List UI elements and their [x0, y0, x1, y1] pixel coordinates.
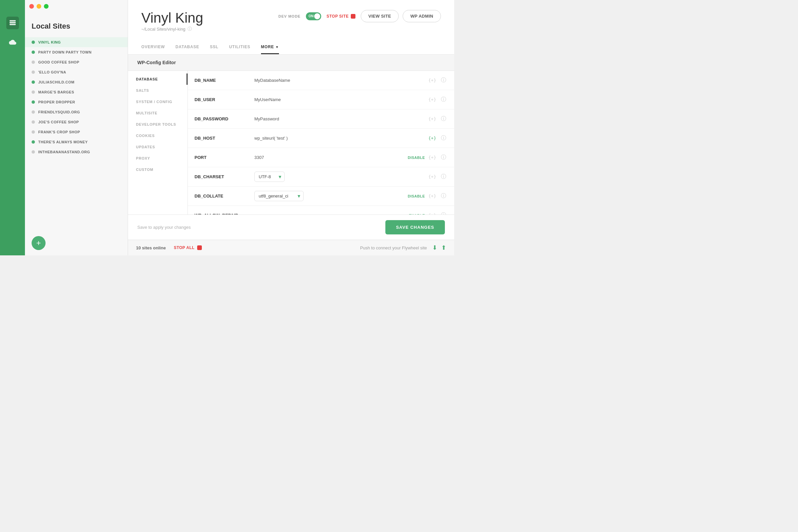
config-actions: {+}ⓘ — [428, 173, 448, 181]
disable-button[interactable]: DISABLE — [407, 156, 425, 159]
config-input[interactable] — [254, 155, 407, 160]
sidebar-item-juliaschild[interactable]: JULIASCHILD.COM — [25, 77, 128, 87]
sidebar-item-franks-crop[interactable]: FRANK'S CROP SHOP — [25, 127, 128, 137]
config-actions: {+}ⓘ — [428, 115, 448, 123]
config-select[interactable]: UTF-8UTF-16latin1 — [254, 172, 285, 182]
sidebar-item-proper-dropper[interactable]: PROPER DROPPER — [25, 97, 128, 107]
edit-icon[interactable]: {+} — [428, 96, 436, 104]
toggle-knob — [314, 13, 320, 19]
config-value[interactable] — [254, 116, 428, 121]
push-up-icon[interactable]: ⬆ — [441, 244, 446, 251]
sidebar-item-theres-always[interactable]: THERE'S ALWAYS MONEY — [25, 137, 128, 147]
config-nav-proxy[interactable]: PROXY — [128, 153, 188, 164]
add-site-button[interactable] — [32, 236, 45, 250]
config-nav-system-config[interactable]: SYSTEM / CONFIG — [128, 96, 188, 108]
config-value[interactable]: utf8_general_ciutf8_unicode_cilatin1_swe… — [254, 191, 407, 201]
traffic-light-green[interactable] — [44, 4, 49, 8]
config-nav-custom[interactable]: CUSTOM — [128, 164, 188, 175]
config-input[interactable] — [254, 97, 428, 102]
site-status-dot — [32, 71, 35, 74]
config-nav-updates[interactable]: UPDATES — [128, 141, 188, 153]
config-actions: DISABLE{+}ⓘ — [407, 154, 448, 162]
site-status-dot — [32, 41, 35, 44]
sidebar-item-marges-barges[interactable]: MARGE'S BARGES — [25, 87, 128, 97]
info-icon[interactable]: ⓘ — [440, 134, 448, 142]
header: Vinyl King ~/Local Sites/vinyl-king ⓘ DE… — [128, 0, 454, 55]
config-row: WP_ALLOW_REPAIRENABLE{+}ⓘ — [188, 206, 454, 214]
sidebar-item-label: 'ELLO GOV'NA — [38, 70, 66, 74]
bottom-bar: 10 sites online STOP ALL Push to connect… — [128, 240, 454, 255]
info-icon[interactable]: ⓘ — [440, 115, 448, 123]
edit-icon[interactable]: {+} — [428, 115, 436, 123]
info-icon[interactable]: ⓘ — [440, 192, 448, 200]
info-icon[interactable]: ⓘ — [440, 96, 448, 104]
sidebar-item-joes-coffee[interactable]: JOE'S COFFEE SHOP — [25, 117, 128, 127]
sidebar-item-label: MARGE'S BARGES — [38, 90, 74, 94]
config-key: DB_HOST — [194, 136, 254, 141]
config-row: DB_HOST{+}ⓘ — [188, 129, 454, 148]
tab-ssl[interactable]: SSL — [210, 41, 218, 54]
config-value[interactable] — [254, 97, 428, 102]
edit-icon[interactable]: {+} — [428, 192, 436, 200]
cloud-icon[interactable] — [6, 36, 19, 49]
edit-icon[interactable]: {+} — [428, 173, 436, 181]
config-input[interactable] — [254, 116, 428, 121]
config-select[interactable]: utf8_general_ciutf8_unicode_cilatin1_swe… — [254, 191, 304, 201]
header-controls: DEV MODE ON STOP SITE VIEW SITE WP ADMIN — [278, 10, 441, 22]
config-nav-cookies[interactable]: COOKIES — [128, 130, 188, 141]
sites-online-count: 10 sites online — [136, 245, 166, 250]
tab-utilities[interactable]: UTILITIES — [229, 41, 250, 54]
config-nav-developer-tools[interactable]: DEVELOPER TOOLS — [128, 119, 188, 130]
config-nav-salts[interactable]: SALTS — [128, 85, 188, 96]
sites-icon[interactable] — [6, 17, 19, 29]
config-nav-database[interactable]: DATABASE — [128, 74, 188, 85]
config-key: DB_COLLATE — [194, 193, 254, 198]
disable-button[interactable]: DISABLE — [407, 194, 425, 198]
config-input[interactable] — [254, 78, 428, 83]
tab-database[interactable]: DATABASE — [175, 41, 199, 54]
sidebar-item-vinyl-king[interactable]: VINYL KING — [25, 37, 128, 47]
save-changes-button[interactable]: SAVE CHANGES — [385, 220, 445, 234]
info-icon[interactable]: ⓘ — [440, 154, 448, 162]
push-icons: ⬇ ⬆ — [432, 244, 446, 251]
config-value[interactable] — [254, 136, 428, 141]
dev-mode-toggle[interactable]: ON — [306, 12, 321, 20]
sidebar-item-inthebanana[interactable]: INTHEBANANASTAND.ORG — [25, 147, 128, 157]
edit-icon[interactable]: {+} — [428, 211, 436, 215]
view-site-button[interactable]: VIEW SITE — [361, 10, 399, 22]
sidebar-item-friendlysquid[interactable]: FRIENDLYSQUID.ORG — [25, 107, 128, 117]
traffic-light-red[interactable] — [29, 4, 34, 8]
config-value[interactable]: UTF-8UTF-16latin1▾ — [254, 172, 428, 182]
sidebar-item-ello-govna[interactable]: 'ELLO GOV'NA — [25, 67, 128, 77]
config-nav-multisite[interactable]: MULTISITE — [128, 108, 188, 119]
tab-overview[interactable]: OVERVIEW — [141, 41, 165, 54]
info-icon[interactable]: ⓘ — [440, 76, 448, 84]
path-info-icon[interactable]: ⓘ — [188, 26, 192, 32]
stop-all-button[interactable]: STOP ALL — [174, 245, 202, 250]
edit-icon[interactable]: {+} — [428, 76, 436, 84]
sidebar-item-party-down[interactable]: PARTY DOWN PARTY TOWN — [25, 47, 128, 57]
dev-mode-label: DEV MODE — [278, 14, 301, 18]
info-icon[interactable]: ⓘ — [440, 211, 448, 215]
traffic-light-yellow[interactable] — [37, 4, 41, 8]
edit-icon[interactable]: {+} — [428, 134, 436, 142]
wp-admin-button[interactable]: WP ADMIN — [403, 10, 441, 22]
sidebar-item-label: PROPER DROPPER — [38, 100, 75, 104]
site-path: ~/Local Sites/vinyl-king ⓘ — [141, 26, 203, 32]
config-key: DB_PASSWORD — [194, 116, 254, 121]
config-value[interactable] — [254, 78, 428, 83]
site-status-dot — [32, 80, 35, 84]
config-table: DB_NAME{+}ⓘDB_USER{+}ⓘDB_PASSWORD{+}ⓘDB_… — [188, 71, 454, 214]
sidebar-item-good-coffee[interactable]: GOOD COFFEE SHOP — [25, 57, 128, 67]
svg-rect-2 — [9, 24, 15, 25]
config-value[interactable] — [254, 155, 407, 160]
sidebar-item-label: FRANK'S CROP SHOP — [38, 130, 80, 134]
stop-site-button[interactable]: STOP SITE — [326, 14, 356, 19]
edit-icon[interactable]: {+} — [428, 154, 436, 162]
info-icon[interactable]: ⓘ — [440, 173, 448, 181]
sidebar-item-label: JULIASCHILD.COM — [38, 80, 75, 84]
tab-more[interactable]: MORE ▼ — [261, 41, 279, 54]
config-input[interactable] — [254, 136, 428, 141]
push-down-icon[interactable]: ⬇ — [432, 244, 437, 251]
config-key: DB_USER — [194, 97, 254, 102]
